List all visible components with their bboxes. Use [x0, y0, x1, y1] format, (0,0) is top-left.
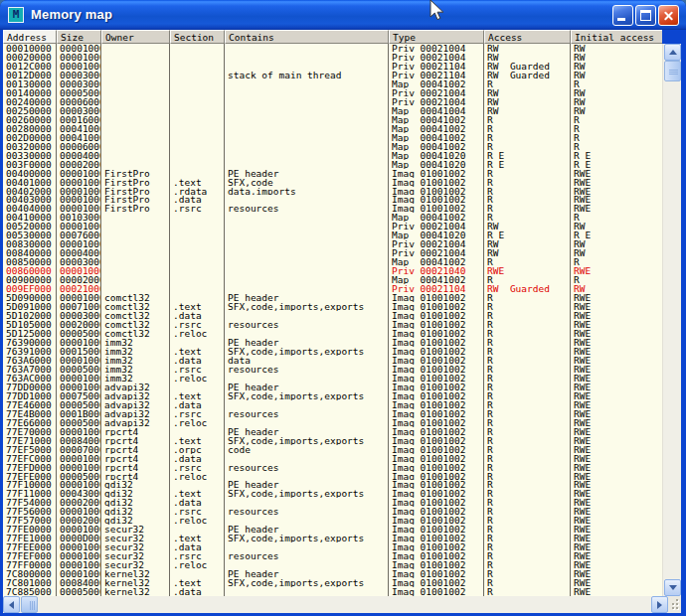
table-row[interactable]: 77FEE00000001000secur32.dataImag 0100100… [3, 542, 662, 551]
table-row[interactable]: 77EFC00000001000rpcrt4.dataImag 01001002… [3, 454, 662, 463]
cell-address: 5D090000 [3, 293, 57, 302]
table-row[interactable]: 0026000000016000Map 00041002RR [3, 115, 662, 124]
table-row[interactable]: 0025000000003000Map 00041004RWRW [3, 106, 662, 115]
vertical-scrollbar[interactable] [662, 44, 681, 596]
cell-section [170, 266, 225, 275]
memory-table: 0001000000001000Priv 00021004RWRW0002000… [3, 44, 662, 596]
table-row[interactable]: 0002000000001000Priv 00021004RWRW [3, 53, 662, 62]
scroll-down-button[interactable] [664, 579, 681, 596]
table-row[interactable]: 0084000000004000Priv 00021004RWRW [3, 248, 662, 257]
table-row[interactable]: 77F5700000002000gdi32.relocImag 01001002… [3, 516, 662, 525]
horizontal-scroll-thumb[interactable] [21, 596, 38, 613]
table-row[interactable]: 0083000000001000Priv 00021004RWRW [3, 239, 662, 248]
window-border-right [681, 30, 686, 616]
table-row[interactable]: 77F5400000002000gdi32.dataImag 01001002R… [3, 498, 662, 507]
maximize-button[interactable] [635, 5, 656, 26]
table-row[interactable]: 77F1000000001000gdi32PE headerImag 01001… [3, 480, 662, 489]
table-row[interactable]: 0024000000006000Priv 00021004RWRW [3, 97, 662, 106]
table-row[interactable]: 7C80100000084000kernel32.textSFX,code,im… [3, 578, 662, 587]
table-row[interactable]: 0012D00000003000stack of main threadPriv… [3, 71, 662, 79]
table-row[interactable]: 77EF500000007000rpcrt4.orpccodeImag 0100… [3, 445, 662, 454]
table-row[interactable]: 77FEF00000001000secur32.rsrcresourcesIma… [3, 551, 662, 560]
cell-owner: FirstPro [101, 169, 170, 178]
table-row[interactable]: 0040400000001000FirstPro.rsrcresourcesIm… [3, 204, 662, 213]
table-row[interactable]: 77FF000000001000secur32.relocImag 010010… [3, 560, 662, 569]
cell-access: R [484, 480, 571, 489]
scroll-right-button[interactable] [651, 596, 668, 613]
cell-section: .text [170, 391, 225, 400]
table-row[interactable]: 0032000000006000Map 00041002RR [3, 142, 662, 151]
column-header-type[interactable]: Type [389, 30, 484, 44]
close-button[interactable] [658, 5, 679, 26]
table-row[interactable]: 5D10200000003000comctl32.dataImag 010010… [3, 311, 662, 320]
cell-address: 00400000 [3, 169, 57, 178]
title-bar[interactable]: M Memory map [0, 0, 686, 30]
cell-access: R [484, 169, 571, 178]
table-row[interactable]: 77E4600000005000advapi32.dataImag 010010… [3, 400, 662, 409]
scroll-up-button[interactable] [664, 44, 681, 61]
horizontal-scrollbar[interactable] [3, 596, 668, 613]
table-row[interactable]: 763A700000005000imm32.rsrcresourcesImag … [3, 365, 662, 374]
table-row[interactable]: 0041000000103000Map 00041002RR [3, 213, 662, 222]
table-row[interactable]: 77FE10000000D000secur32.textSFX,code,imp… [3, 534, 662, 542]
table-row[interactable]: 5D12500000005000comctl32.relocImag 01001… [3, 329, 662, 338]
scroll-left-button[interactable] [3, 596, 20, 613]
table-row[interactable]: 0040000000001000FirstProPE headerImag 01… [3, 169, 662, 178]
table-row[interactable]: 0012C00000001000Priv 00021104RW GuardedR… [3, 62, 662, 71]
table-row[interactable]: 0001000000001000Priv 00021004RWRW [3, 44, 662, 53]
table-row[interactable]: 5D09100000071000comctl32.textSFX,code,im… [3, 302, 662, 311]
table-row[interactable]: 003F000000002000Map 00041020R ER E [3, 160, 662, 169]
table-row[interactable]: 0040200000001000FirstPro.rdatadata,impor… [3, 187, 662, 196]
resize-grip[interactable] [668, 596, 681, 613]
cell-initial_access: RWE [571, 178, 662, 187]
table-row[interactable]: 7639100000015000imm32.textSFX,code,impor… [3, 347, 662, 356]
column-header-address[interactable]: Address [3, 30, 57, 44]
table-row[interactable]: 002D000000041000Map 00041002RR [3, 133, 662, 142]
table-row[interactable]: 77EFD00000001000rpcrt4.rsrcresourcesImag… [3, 463, 662, 472]
column-header-section[interactable]: Section [170, 30, 225, 44]
table-row[interactable]: 77FE000000001000secur32PE headerImag 010… [3, 525, 662, 534]
table-row[interactable]: 0033000000004000Map 00041020R ER E [3, 151, 662, 160]
table-row[interactable]: 77DD100000075000advapi32.textSFX,code,im… [3, 391, 662, 400]
table-row[interactable]: 009EF00000021000Priv 00021104RW GuardedR… [3, 284, 662, 293]
table-row[interactable]: 0014000000005000Priv 00021004RWRW [3, 88, 662, 97]
cell-owner: imm32 [101, 356, 170, 365]
table-row[interactable]: 77EFE00000005000rpcrt4.relocImag 0100100… [3, 472, 662, 481]
table-row[interactable]: 0040100000001000FirstPro.textSFX,codeIma… [3, 178, 662, 187]
table-row[interactable]: 77DD000000001000advapi32PE headerImag 01… [3, 383, 662, 391]
minimize-button[interactable] [612, 5, 633, 26]
table-row[interactable]: 77E7000000001000rpcrt4PE headerImag 0100… [3, 427, 662, 436]
table-row[interactable]: 0090000000002000Map 00041002RR [3, 275, 662, 284]
table-row[interactable]: 5D09000000001000comctl32PE headerImag 01… [3, 293, 662, 302]
table-row[interactable]: 77E4B0000001B000advapi32.rsrcresourcesIm… [3, 409, 662, 418]
table-row[interactable]: 0040300000001000FirstPro.dataImag 010010… [3, 195, 662, 204]
cell-size: 00003000 [57, 79, 101, 88]
column-header-access[interactable]: Access [484, 30, 571, 44]
table-row[interactable]: 5D10500000020000comctl32.rsrcresourcesIm… [3, 320, 662, 329]
table-row[interactable]: 7C80000000001000kernel32PE headerImag 01… [3, 569, 662, 578]
cell-type: Imag 01001002 [389, 463, 484, 472]
table-row[interactable]: 77F1100000043000gdi32.textSFX,code,impor… [3, 489, 662, 498]
table-row[interactable]: 77E6600000005000advapi32.relocImag 01001… [3, 418, 662, 427]
column-header-contains[interactable]: Contains [225, 30, 389, 44]
table-row[interactable]: 0053000000076000Map 00041020R ER E [3, 231, 662, 239]
table-row[interactable]: 77E7100000084000rpcrt4.textSFX,code,impo… [3, 436, 662, 445]
column-header-size[interactable]: Size [57, 30, 101, 44]
table-row[interactable]: 0086000000001000Priv 00021040RWERWE [3, 266, 662, 275]
table-row[interactable]: 763A600000001000imm32.datadataImag 01001… [3, 356, 662, 365]
table-row[interactable]: 763AC00000001000imm32.relocImag 01001002… [3, 374, 662, 383]
column-header-owner[interactable]: Owner [101, 30, 170, 44]
cell-contains: PE header [225, 293, 389, 302]
table-row[interactable]: 0052000000001000Priv 00021004RWRW [3, 222, 662, 231]
table-row[interactable]: 0013000000003000Map 00041002RR [3, 79, 662, 88]
cell-size: 00006000 [57, 142, 101, 151]
table-row[interactable]: 7639000000001000imm32PE headerImag 01001… [3, 338, 662, 347]
cell-contains [225, 587, 389, 596]
table-row[interactable]: 7C88500000005000kernel32.dataImag 010010… [3, 587, 662, 596]
table-row[interactable]: 77F5600000001000gdi32.rsrcresourcesImag … [3, 507, 662, 516]
table-row[interactable]: 0085000000003000Map 00041002RR [3, 257, 662, 266]
vertical-scroll-thumb[interactable] [664, 61, 681, 81]
cell-size: 00001000 [57, 222, 101, 231]
table-row[interactable]: 0028000000041000Map 00041002RR [3, 124, 662, 133]
column-header-initial-access[interactable]: Initial access [571, 30, 662, 44]
